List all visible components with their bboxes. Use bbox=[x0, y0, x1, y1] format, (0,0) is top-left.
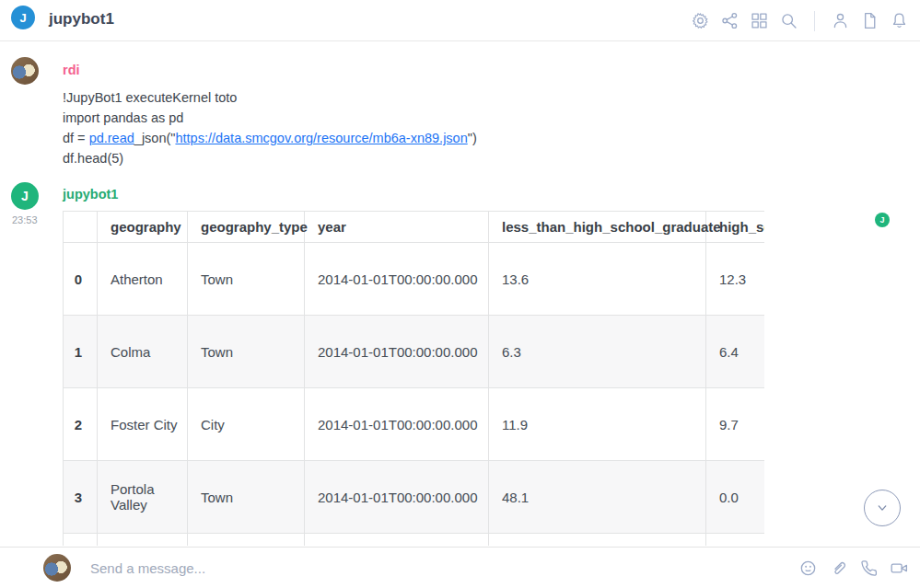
cell-geography: Colma bbox=[98, 316, 188, 388]
cell-index: 3 bbox=[64, 461, 98, 534]
file-icon[interactable] bbox=[860, 11, 879, 30]
col-header-geography: geography bbox=[98, 212, 188, 243]
phone-icon[interactable] bbox=[859, 559, 879, 578]
table-row: 1 Colma Town 2014-01-01T00:00:00.000 6.3… bbox=[64, 316, 765, 388]
cell-index: 1 bbox=[64, 316, 98, 388]
cell-high-school: 0.0 bbox=[706, 461, 765, 534]
cell-geography bbox=[98, 534, 188, 547]
cell-index bbox=[64, 534, 98, 547]
cell-geography-type bbox=[188, 534, 305, 547]
bot-avatar-letter: J bbox=[21, 189, 29, 203]
seen-badge-letter: J bbox=[879, 215, 884, 225]
search-icon[interactable] bbox=[779, 11, 798, 30]
cell-year bbox=[305, 534, 489, 547]
message-line: !JupyBot1 executeKernel toto bbox=[63, 87, 477, 108]
cell-high-school bbox=[706, 534, 765, 547]
cell-geography-type: City bbox=[188, 388, 305, 461]
avatar-rdi[interactable] bbox=[11, 57, 39, 85]
message-list: rdi !JupyBot1 executeKernel toto import … bbox=[0, 42, 920, 547]
link-data-url[interactable]: https://data.smcgov.org/resource/mb6a-xn… bbox=[175, 131, 467, 145]
user-icon[interactable] bbox=[831, 11, 850, 30]
table-row-clipped bbox=[64, 534, 765, 547]
message-line: df = pd.read_json("https://data.smcgov.o… bbox=[63, 128, 477, 148]
room-avatar: J bbox=[11, 6, 35, 29]
cell-high-school: 9.7 bbox=[706, 388, 765, 461]
dataframe-table-container: geography geography_type year less_than_… bbox=[63, 211, 764, 546]
code-text: _json(" bbox=[134, 131, 176, 145]
share-icon[interactable] bbox=[720, 11, 739, 30]
apps-grid-icon[interactable] bbox=[750, 11, 769, 30]
toolbar-divider bbox=[814, 11, 815, 31]
username-rdi[interactable]: rdi bbox=[63, 63, 80, 77]
table-row: 0 Atherton Town 2014-01-01T00:00:00.000 … bbox=[64, 243, 765, 316]
table-header-row: geography geography_type year less_than_… bbox=[64, 212, 765, 243]
code-text: df = bbox=[63, 131, 89, 145]
col-header-year: year bbox=[305, 212, 489, 243]
cell-geography-type: Town bbox=[188, 243, 305, 316]
cell-less-than-hs: 6.3 bbox=[489, 316, 706, 388]
cell-geography: Portola Valley bbox=[98, 461, 188, 534]
paperclip-icon[interactable] bbox=[829, 559, 848, 578]
cell-geography-type: Town bbox=[188, 461, 305, 534]
cell-less-than-hs: 48.1 bbox=[489, 461, 706, 534]
emoji-icon[interactable] bbox=[798, 559, 818, 578]
message-input[interactable] bbox=[90, 555, 772, 581]
cell-geography: Foster City bbox=[98, 388, 188, 461]
col-header-index bbox=[64, 212, 98, 243]
cell-year: 2014-01-01T00:00:00.000 bbox=[305, 316, 489, 388]
composer-avatar bbox=[43, 554, 71, 582]
room-header: J jupybot1 bbox=[0, 0, 920, 41]
chat-app-window: J jupybot1 bbox=[0, 0, 920, 588]
jump-to-bottom-button[interactable] bbox=[864, 490, 901, 526]
message-composer bbox=[0, 547, 920, 588]
room-title: jupybot1 bbox=[49, 10, 114, 29]
cell-high-school: 12.3 bbox=[706, 243, 765, 316]
settings-icon[interactable] bbox=[691, 11, 710, 30]
cell-geography-type: Town bbox=[188, 316, 305, 388]
code-text: ") bbox=[468, 131, 477, 145]
cell-year: 2014-01-01T00:00:00.000 bbox=[305, 461, 489, 534]
table-row: 3 Portola Valley Town 2014-01-01T00:00:0… bbox=[64, 461, 765, 534]
bell-icon[interactable] bbox=[890, 11, 909, 30]
cell-geography: Atherton bbox=[98, 243, 188, 316]
room-avatar-letter: J bbox=[19, 11, 26, 25]
avatar-jupybot1[interactable]: J bbox=[11, 182, 39, 210]
table-row: 2 Foster City City 2014-01-01T00:00:00.0… bbox=[64, 388, 765, 461]
cell-index: 0 bbox=[64, 243, 98, 316]
cell-index: 2 bbox=[64, 388, 98, 461]
header-toolbar bbox=[691, 0, 909, 41]
composer-toolbar bbox=[798, 548, 909, 588]
cell-less-than-hs: 11.9 bbox=[489, 388, 706, 461]
dataframe-table: geography geography_type year less_than_… bbox=[63, 211, 764, 546]
message-body-rdi: !JupyBot1 executeKernel toto import pand… bbox=[63, 87, 477, 168]
cell-year: 2014-01-01T00:00:00.000 bbox=[305, 243, 489, 316]
message-timestamp: 23:53 bbox=[12, 214, 38, 225]
seen-by-badge: J bbox=[875, 213, 890, 227]
chevron-down-icon bbox=[873, 499, 891, 517]
col-header-geography-type: geography_type bbox=[188, 212, 305, 243]
cell-less-than-hs bbox=[489, 534, 706, 547]
col-header-less-than-hs: less_than_high_school_graduate bbox=[489, 212, 706, 243]
cell-less-than-hs: 13.6 bbox=[489, 243, 706, 316]
message-line: df.head(5) bbox=[63, 148, 477, 168]
cell-year: 2014-01-01T00:00:00.000 bbox=[305, 388, 489, 461]
cell-high-school: 6.4 bbox=[706, 316, 765, 388]
message-line: import pandas as pd bbox=[63, 108, 477, 128]
username-jupybot1[interactable]: jupybot1 bbox=[63, 187, 118, 202]
video-icon[interactable] bbox=[890, 559, 909, 578]
link-pd-read[interactable]: pd.read bbox=[89, 131, 134, 145]
